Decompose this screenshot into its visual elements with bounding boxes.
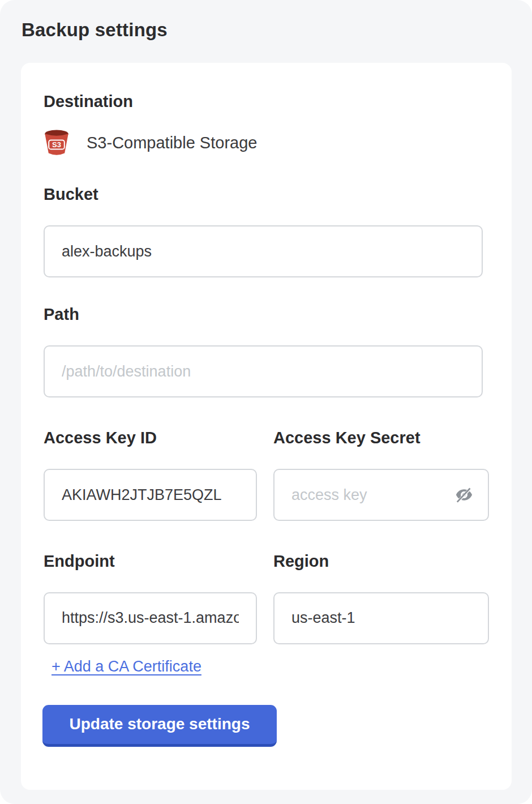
- bucket-input[interactable]: [44, 225, 483, 277]
- svg-text:S3: S3: [52, 140, 61, 149]
- destination-label: Destination: [44, 92, 489, 111]
- access-key-secret-label: Access Key Secret: [273, 429, 489, 447]
- page-title: Backup settings: [22, 19, 168, 41]
- access-key-secret-field: [273, 469, 489, 521]
- destination-row: S3 S3-Compatible Storage: [44, 128, 489, 157]
- access-key-id-input[interactable]: [44, 469, 257, 521]
- endpoint-region-labels-row: Endpoint Region: [44, 521, 489, 571]
- add-ca-certificate-link[interactable]: + Add a CA Certificate: [52, 658, 201, 675]
- bucket-label: Bucket: [44, 186, 489, 204]
- update-storage-settings-button[interactable]: Update storage settings: [42, 705, 277, 747]
- destination-value: S3-Compatible Storage: [87, 134, 257, 152]
- endpoint-region-inputs-row: [44, 592, 489, 644]
- endpoint-input[interactable]: [44, 592, 257, 644]
- path-input[interactable]: [44, 345, 483, 397]
- access-key-id-label: Access Key ID: [44, 429, 257, 447]
- endpoint-label: Endpoint: [44, 553, 257, 571]
- region-label: Region: [273, 553, 489, 571]
- path-label: Path: [44, 306, 489, 324]
- region-input[interactable]: [273, 592, 489, 644]
- toggle-secret-visibility-button[interactable]: [452, 482, 477, 507]
- storage-settings-card: Destination S3 S3-Compatible Storage Buc…: [21, 63, 512, 790]
- backup-settings-panel: Backup settings Destination S3 S3-Compat…: [0, 0, 532, 804]
- s3-bucket-icon: S3: [44, 129, 70, 157]
- access-key-inputs-row: [44, 469, 489, 521]
- access-key-labels-row: Access Key ID Access Key Secret: [44, 397, 489, 447]
- eye-off-icon: [453, 485, 475, 504]
